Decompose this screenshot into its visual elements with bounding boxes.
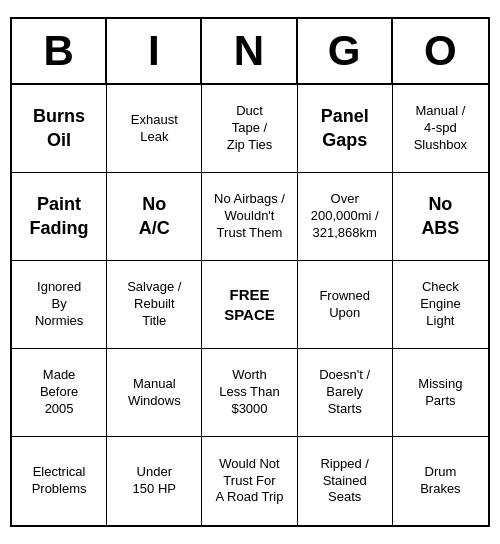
- bingo-cell-19: MissingParts: [393, 349, 488, 437]
- bingo-cell-8: Over200,000mi /321,868km: [298, 173, 393, 261]
- bingo-cell-3: PanelGaps: [298, 85, 393, 173]
- bingo-letter-O: O: [393, 19, 488, 83]
- bingo-cell-4: Manual /4-spdSlushbox: [393, 85, 488, 173]
- bingo-cell-14: CheckEngineLight: [393, 261, 488, 349]
- bingo-card: BINGO BurnsOilExhaustLeakDuctTape /Zip T…: [10, 17, 490, 527]
- bingo-letter-G: G: [298, 19, 393, 83]
- bingo-letter-B: B: [12, 19, 107, 83]
- bingo-cell-24: DrumBrakes: [393, 437, 488, 525]
- bingo-cell-1: ExhaustLeak: [107, 85, 202, 173]
- bingo-cell-5: PaintFading: [12, 173, 107, 261]
- bingo-cell-23: Ripped /StainedSeats: [298, 437, 393, 525]
- bingo-cell-6: NoA/C: [107, 173, 202, 261]
- bingo-cell-2: DuctTape /Zip Ties: [202, 85, 297, 173]
- bingo-grid: BurnsOilExhaustLeakDuctTape /Zip TiesPan…: [12, 85, 488, 525]
- bingo-cell-18: Doesn't /BarelyStarts: [298, 349, 393, 437]
- bingo-cell-21: Under150 HP: [107, 437, 202, 525]
- bingo-cell-13: FrownedUpon: [298, 261, 393, 349]
- bingo-cell-22: Would NotTrust ForA Road Trip: [202, 437, 297, 525]
- bingo-letter-N: N: [202, 19, 297, 83]
- bingo-cell-11: Salvage /RebuiltTitle: [107, 261, 202, 349]
- bingo-cell-9: NoABS: [393, 173, 488, 261]
- bingo-cell-20: ElectricalProblems: [12, 437, 107, 525]
- bingo-cell-0: BurnsOil: [12, 85, 107, 173]
- bingo-cell-7: No Airbags /Wouldn'tTrust Them: [202, 173, 297, 261]
- bingo-cell-12: FREESPACE: [202, 261, 297, 349]
- bingo-cell-16: ManualWindows: [107, 349, 202, 437]
- bingo-letter-I: I: [107, 19, 202, 83]
- bingo-header: BINGO: [12, 19, 488, 85]
- bingo-cell-17: WorthLess Than$3000: [202, 349, 297, 437]
- bingo-cell-10: IgnoredByNormies: [12, 261, 107, 349]
- bingo-cell-15: MadeBefore2005: [12, 349, 107, 437]
